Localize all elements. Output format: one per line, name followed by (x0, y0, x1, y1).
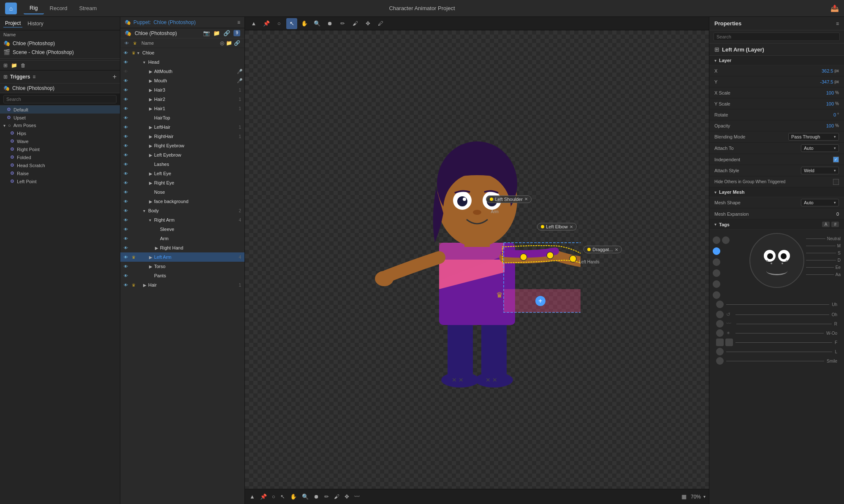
trigger-hips[interactable]: ⚙ Hips (0, 129, 120, 137)
layer-eye-icon[interactable]: 👁 (122, 144, 130, 148)
lock-icon[interactable]: 📁 (226, 40, 232, 46)
pen-tool[interactable]: 🖊 (375, 18, 386, 29)
emotion-dot[interactable] (713, 280, 720, 288)
layer-eye-icon[interactable]: 👁 (122, 134, 130, 139)
layer-eye-icon[interactable]: 👁 (122, 88, 130, 92)
puppet-folder-icon[interactable]: 📁 (213, 30, 220, 36)
layer-arrow-icon[interactable]: ▾ (137, 51, 142, 55)
link-icon[interactable]: 🔗 (234, 40, 240, 46)
layer-row[interactable]: 👁 ♛ ▶ AltMouth 🎤 (120, 67, 244, 76)
close-label-icon[interactable]: ✕ (615, 247, 618, 252)
solo-icon[interactable]: ◎ (220, 40, 224, 46)
emotion-dot[interactable] (716, 339, 724, 346)
emotion-dot[interactable] (725, 339, 733, 346)
add-trigger-button[interactable]: + (113, 73, 117, 81)
emotion-dot-active[interactable] (713, 247, 720, 255)
prop-blending-dropdown[interactable]: Pass Through ▾ (788, 133, 839, 141)
layer-crown-icon[interactable]: ♛ (130, 60, 137, 65)
layer-crown-icon[interactable]: ♛ (130, 218, 137, 222)
tab-rig[interactable]: Rig (24, 2, 44, 14)
close-label-icon[interactable]: ✕ (570, 225, 573, 229)
emotion-dot[interactable] (716, 348, 724, 355)
move-tool[interactable]: ✥ (362, 18, 373, 29)
layer-eye-icon[interactable]: 👁 (122, 106, 130, 111)
layer-eye-icon[interactable]: 👁 (122, 283, 130, 287)
canvas-arrow-btn[interactable]: ↖ (279, 492, 286, 501)
layer-arrow-icon[interactable]: ▶ (149, 264, 154, 269)
trigger-head-scratch[interactable]: ⚙ Head Scratch (0, 161, 120, 169)
puppet-link-icon[interactable]: 🔗 (223, 30, 230, 36)
label-left-shoulder[interactable]: Left Shoulder ✕ (486, 195, 531, 203)
canvas-flow-btn[interactable]: 〰 (353, 492, 361, 501)
label-left-elbow[interactable]: Left Elbow ✕ (537, 223, 576, 230)
layer-crown-icon[interactable]: ♛ (130, 69, 137, 74)
layer-arrow-icon[interactable]: ▾ (143, 209, 148, 213)
layer-crown-icon[interactable]: ♛ (130, 88, 137, 92)
layer-eye-icon[interactable]: 👁 (122, 125, 130, 130)
layer-arrow-icon[interactable]: ▶ (149, 106, 154, 111)
layer-row[interactable]: 👁 ♛ ▾ Right Arm 4 (120, 215, 244, 225)
layer-eye-icon[interactable]: 👁 (122, 209, 130, 213)
layer-eye-icon[interactable]: 👁 (122, 153, 130, 157)
canvas-search-btn[interactable]: 🔍 (301, 492, 310, 501)
layer-crown-icon[interactable]: ♛ (130, 51, 137, 55)
layer-arrow-icon[interactable]: ▶ (149, 125, 154, 130)
layer-arrow-icon[interactable]: ▶ (149, 144, 154, 148)
trigger-raise[interactable]: ⚙ Raise (0, 169, 120, 177)
layer-eye-icon[interactable]: 👁 (122, 79, 130, 83)
emotion-dot[interactable] (713, 291, 720, 299)
properties-menu[interactable]: ≡ (836, 21, 839, 27)
layer-row-left-arm[interactable]: 👁 ♛ ▶ Left Arm 4 (120, 252, 244, 262)
layer-eye-icon[interactable]: 👁 (122, 246, 130, 250)
canvas-brush-btn[interactable]: 🖌 (333, 492, 341, 501)
folder-icon[interactable]: 📁 (11, 62, 17, 68)
prop-yscale-value[interactable]: 100 (826, 101, 834, 106)
prop-x-value[interactable]: 362.5 (822, 68, 833, 73)
layer-crown-icon[interactable]: ♛ (130, 274, 137, 278)
layer-row[interactable]: 👁 ♛ ▶ Hair1 1 (120, 104, 244, 113)
close-label-icon[interactable]: ✕ (524, 197, 528, 201)
layer-arrow-icon[interactable]: ▶ (149, 153, 154, 157)
layer-eye-icon[interactable]: 👁 (122, 227, 130, 232)
emotion-dot[interactable] (713, 269, 720, 277)
trigger-arm-poses-group[interactable]: ▾ ○ Arm Poses (0, 122, 120, 129)
layer-crown-icon[interactable]: ♛ (130, 134, 137, 139)
layer-row[interactable]: 👁 ♛ ▶ Right Hand (120, 243, 244, 252)
circle-tool[interactable]: ○ (274, 18, 285, 29)
prop-rotate-value[interactable]: 0 (833, 112, 836, 117)
layer-crown-icon[interactable]: ♛ (130, 144, 137, 148)
new-folder-icon[interactable]: ⊞ (3, 62, 8, 68)
layer-arrow-icon[interactable]: ▾ (149, 218, 154, 222)
independent-checkbox[interactable]: ✓ (833, 157, 839, 163)
layer-eye-icon[interactable]: 👁 (122, 181, 130, 185)
pointer-tool[interactable]: ↖ (286, 18, 297, 29)
layer-crown-icon[interactable]: ♛ (130, 153, 137, 157)
emotion-dot[interactable] (713, 258, 720, 266)
layer-row[interactable]: 👁 ♛ ▶ Hair3 1 (120, 85, 244, 95)
layer-row[interactable]: 👁 ♛ ▶ RightHair 1 (120, 132, 244, 141)
triggers-menu-icon[interactable]: ≡ (33, 74, 35, 80)
trigger-default[interactable]: ⚙ Default (0, 106, 120, 114)
layer-row[interactable]: 👁 ♛ Sleeve (120, 225, 244, 234)
prop-opacity-value[interactable]: 100 (826, 123, 834, 128)
prop-mesh-shape-dropdown[interactable]: Auto ▾ (801, 199, 839, 206)
emotion-dot[interactable] (716, 357, 724, 365)
layer-crown-icon[interactable]: ♛ (130, 116, 137, 120)
layer-eye-icon[interactable]: 👁 (122, 236, 130, 241)
layer-crown-icon[interactable]: ♛ (130, 236, 137, 241)
layer-eye-icon[interactable]: 👁 (122, 69, 130, 74)
triangle-tool[interactable]: ▲ (248, 18, 259, 29)
layer-row[interactable]: 👁 ♛ ▶ Mouth 🎤 (120, 76, 244, 85)
layer-row[interactable]: 👁 ♛ ▶ Hair2 1 (120, 95, 244, 104)
tab-stream[interactable]: Stream (73, 3, 103, 14)
search-tool[interactable]: 🔍 (312, 18, 323, 29)
layer-arrow-icon[interactable]: ▶ (155, 246, 160, 250)
layer-row[interactable]: 👁 ♛ ▾ Chloe (120, 48, 244, 57)
layer-row[interactable]: 👁 ♛ Nose (120, 187, 244, 197)
home-icon[interactable]: ⌂ (5, 3, 17, 14)
tab-history[interactable]: History (26, 20, 45, 27)
tag-a-button[interactable]: A (822, 222, 830, 227)
layer-row[interactable]: 👁 ♛ Arm (120, 234, 244, 243)
layer-row[interactable]: 👁 ♛ ▾ Body 2 (120, 206, 244, 215)
tab-record[interactable]: Record (44, 3, 73, 14)
